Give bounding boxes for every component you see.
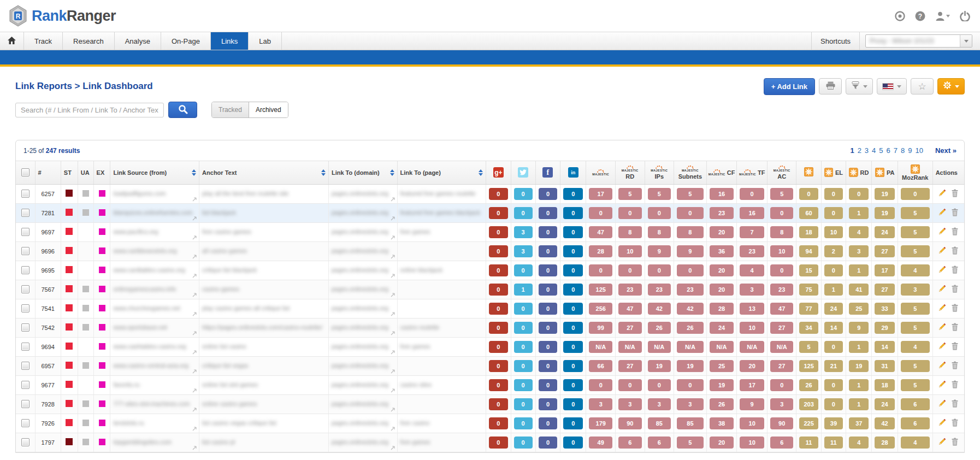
- search-input[interactable]: [15, 103, 164, 117]
- shortcuts-link[interactable]: Shortcuts: [811, 32, 860, 50]
- external-link-icon[interactable]: [192, 387, 197, 394]
- domain-text[interactable]: pages.onlineslots.org: [332, 381, 388, 388]
- source-text[interactable]: onlinegamescasino.info: [113, 286, 176, 292]
- anchor-text[interactable]: list casino pl: [202, 439, 235, 445]
- source-text[interactable]: loadpadfigures.com: [113, 190, 166, 197]
- edit-pencil-icon[interactable]: [938, 285, 946, 294]
- external-link-icon[interactable]: [192, 368, 197, 375]
- row-checkbox[interactable]: [21, 266, 29, 274]
- domain-text[interactable]: pages.onlineslots.org: [332, 247, 388, 254]
- anchor-text[interactable]: play all the best free roulette site: [202, 190, 288, 197]
- add-link-button[interactable]: + Add Link: [764, 78, 815, 95]
- external-link-icon[interactable]: [391, 311, 395, 317]
- column-header-anchor[interactable]: Anchor Text: [199, 161, 329, 184]
- delete-trash-icon[interactable]: [951, 208, 959, 217]
- row-checkbox[interactable]: [21, 285, 29, 293]
- tab-analyse[interactable]: Analyse: [115, 32, 161, 50]
- external-link-icon[interactable]: [192, 426, 197, 432]
- anchor-text[interactable]: casino games: [202, 286, 239, 292]
- row-checkbox[interactable]: [21, 304, 29, 312]
- domain-text[interactable]: pages.onlineslots.org: [332, 228, 388, 235]
- next-page-link[interactable]: Next »: [935, 146, 957, 155]
- edit-pencil-icon[interactable]: [938, 208, 946, 217]
- search-button[interactable]: [168, 102, 197, 118]
- domain-text[interactable]: pages.onlineslots.org: [332, 439, 388, 445]
- anchor-text[interactable]: online list casino: [202, 343, 246, 350]
- domain-text[interactable]: pages.onlineslots.org: [332, 324, 388, 331]
- archived-toggle[interactable]: Archived: [249, 102, 288, 117]
- row-checkbox[interactable]: [21, 323, 29, 332]
- domain-text[interactable]: pages.onlineslots.org: [332, 362, 388, 369]
- source-text[interactable]: bestslots.ru: [113, 420, 144, 426]
- delete-trash-icon[interactable]: [951, 266, 959, 275]
- help-icon[interactable]: ?: [915, 11, 925, 21]
- anchor-text[interactable]: online casino games: [202, 400, 257, 407]
- external-link-icon[interactable]: [391, 215, 395, 222]
- filter-button[interactable]: [846, 78, 873, 95]
- column-header-page[interactable]: Link To (page): [397, 161, 486, 184]
- sort-arrows-icon[interactable]: [192, 169, 196, 176]
- delete-trash-icon[interactable]: [951, 189, 959, 198]
- domain-text[interactable]: pages.onlineslots.org: [332, 305, 388, 311]
- edit-pencil-icon[interactable]: [938, 304, 946, 313]
- external-link-icon[interactable]: [192, 196, 197, 203]
- source-text[interactable]: www.cardtables-casino.org: [113, 267, 185, 273]
- tracked-toggle[interactable]: Tracked: [212, 102, 249, 117]
- home-tab[interactable]: [0, 32, 24, 50]
- domain-text[interactable]: pages.onlineslots.org: [332, 286, 388, 292]
- external-link-icon[interactable]: [391, 292, 395, 298]
- row-checkbox[interactable]: [21, 228, 29, 236]
- anchor-text[interactable]: list casino vegas critique list: [202, 420, 276, 426]
- domain-text[interactable]: pages.onlineslots.org: [332, 420, 388, 426]
- column-header-source[interactable]: Link Source (from): [110, 161, 199, 184]
- external-link-icon[interactable]: [391, 330, 395, 337]
- edit-pencil-icon[interactable]: [938, 380, 946, 390]
- source-text[interactable]: favorits.ru: [113, 381, 139, 388]
- delete-trash-icon[interactable]: [951, 418, 959, 428]
- tab-track[interactable]: Track: [24, 32, 63, 50]
- page-link-2[interactable]: 2: [858, 146, 861, 155]
- source-text[interactable]: 777-sites-slot-machines.com: [113, 400, 190, 407]
- source-text[interactable]: www.cashtables-casino.org: [113, 343, 186, 350]
- external-link-icon[interactable]: [192, 234, 197, 241]
- delete-trash-icon[interactable]: [951, 380, 959, 390]
- edit-pencil-icon[interactable]: [938, 323, 946, 332]
- external-link-icon[interactable]: [391, 234, 395, 241]
- row-checkbox[interactable]: [21, 190, 29, 198]
- external-link-icon[interactable]: [192, 445, 197, 451]
- row-checkbox[interactable]: [21, 400, 29, 408]
- tab-onpage[interactable]: On-Page: [161, 32, 211, 50]
- row-checkbox[interactable]: [21, 381, 29, 389]
- delete-trash-icon[interactable]: [951, 227, 959, 237]
- edit-pencil-icon[interactable]: [938, 361, 946, 370]
- page-link-9[interactable]: 9: [908, 146, 912, 155]
- domain-text[interactable]: pages.onlineslots.org: [332, 209, 388, 216]
- tab-research[interactable]: Research: [63, 32, 115, 50]
- chevron-down-icon[interactable]: [960, 35, 972, 47]
- row-checkbox[interactable]: [21, 343, 29, 351]
- edit-pencil-icon[interactable]: [938, 246, 946, 256]
- external-link-icon[interactable]: [391, 387, 395, 394]
- source-text[interactable]: www.churchesgames.net: [113, 305, 180, 311]
- anchor-text[interactable]: play casino games all critique list: [202, 305, 290, 311]
- page-link-3[interactable]: 3: [865, 146, 869, 155]
- favorite-button[interactable]: ☆: [911, 78, 934, 95]
- page-link-5[interactable]: 5: [879, 146, 883, 155]
- source-text[interactable]: www.sportsbase.net: [113, 324, 167, 331]
- page-link-6[interactable]: 6: [887, 146, 890, 155]
- external-link-icon[interactable]: [192, 406, 197, 413]
- edit-pencil-icon[interactable]: [938, 266, 946, 275]
- delete-trash-icon[interactable]: [951, 342, 959, 351]
- sort-arrows-icon[interactable]: [479, 169, 483, 176]
- external-link-icon[interactable]: [391, 349, 395, 356]
- anchor-text[interactable]: online list slot games: [202, 381, 258, 388]
- source-text[interactable]: www.casino-central-asia.org: [113, 362, 188, 369]
- external-link-icon[interactable]: [391, 445, 395, 451]
- sort-arrows-icon[interactable]: [321, 169, 326, 176]
- domain-text[interactable]: pages.onlineslots.org: [332, 400, 388, 407]
- anchor-text[interactable]: free casino games: [202, 228, 251, 235]
- tab-lab[interactable]: Lab: [249, 32, 282, 50]
- edit-pencil-icon[interactable]: [938, 342, 946, 351]
- external-link-icon[interactable]: [391, 196, 395, 203]
- anchor-text[interactable]: list blackjack: [202, 209, 236, 216]
